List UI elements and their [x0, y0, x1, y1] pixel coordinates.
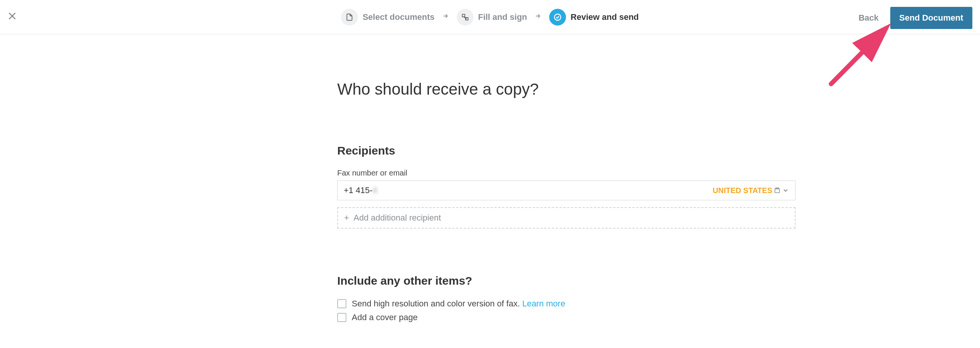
learn-more-link[interactable]: Learn more: [522, 299, 565, 308]
fax-input[interactable]: +1 415-4: [344, 185, 713, 195]
check-circle-icon: [549, 9, 566, 26]
svg-line-9: [831, 30, 885, 84]
svg-rect-3: [462, 14, 465, 17]
high-res-label: Send high resolution and color version o…: [352, 299, 565, 309]
fax-field-label: Fax number or email: [337, 169, 796, 177]
add-recipient-label: Add additional recipient: [354, 213, 441, 223]
main-content: Who should receive a copy? Recipients Fa…: [184, 34, 796, 348]
sign-icon: [457, 9, 474, 26]
wizard-steps: Select documents Fill and sign Review an…: [341, 9, 639, 26]
step-select-documents[interactable]: Select documents: [341, 9, 434, 26]
wizard-header: Select documents Fill and sign Review an…: [0, 0, 980, 34]
step-label: Review and send: [571, 12, 639, 22]
country-label: UNITED STATES: [713, 186, 772, 195]
close-button[interactable]: [8, 11, 19, 23]
svg-rect-10: [775, 189, 779, 193]
high-res-option: Send high resolution and color version o…: [337, 299, 796, 309]
add-recipient-button[interactable]: + Add additional recipient: [337, 207, 796, 229]
plus-icon: +: [344, 213, 349, 223]
cover-page-label: Add a cover page: [352, 313, 417, 322]
close-icon: [8, 11, 17, 21]
cover-page-option: Add a cover page: [337, 313, 796, 322]
cover-page-checkbox[interactable]: [337, 313, 346, 322]
fax-value-redacted: 4: [372, 185, 377, 195]
step-review-and-send[interactable]: Review and send: [549, 9, 639, 26]
page-title: Who should receive a copy?: [337, 80, 796, 98]
fax-machine-icon: [774, 187, 781, 194]
header-actions: Back Send Document: [859, 7, 972, 29]
other-items-heading: Include any other items?: [337, 274, 796, 287]
country-selector[interactable]: UNITED STATES: [713, 186, 789, 195]
arrow-right-icon: [535, 13, 542, 21]
step-label: Fill and sign: [478, 12, 527, 22]
fax-value-visible: +1 415-: [344, 185, 372, 195]
back-button[interactable]: Back: [859, 13, 879, 23]
high-res-checkbox[interactable]: [337, 299, 346, 308]
step-fill-and-sign[interactable]: Fill and sign: [457, 9, 527, 26]
document-icon: [341, 9, 358, 26]
annotation-arrow: [823, 23, 896, 88]
send-document-button[interactable]: Send Document: [890, 7, 972, 29]
fax-input-row: +1 415-4 UNITED STATES: [337, 180, 796, 200]
recipients-heading: Recipients: [337, 144, 796, 157]
step-label: Select documents: [362, 12, 434, 22]
chevron-down-icon: [782, 187, 789, 194]
arrow-right-icon: [442, 13, 449, 21]
